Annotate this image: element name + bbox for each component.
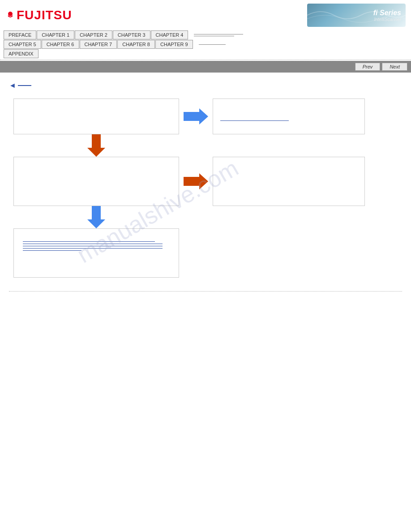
svg-marker-4 — [87, 206, 105, 228]
bottom-line-2 — [23, 244, 163, 244]
flow-row-3 — [13, 228, 398, 278]
back-arrow-symbol: ◄ — [9, 82, 16, 90]
flow-box-top-right — [213, 99, 365, 134]
svg-marker-2 — [87, 134, 105, 157]
nav-line-3 — [199, 44, 226, 45]
flow-box-top-left — [13, 99, 179, 134]
fi-series-banner: fi Series IntelliScanner — [307, 4, 406, 27]
nav-line-2 — [194, 36, 234, 36]
flow-box-middle-left — [13, 157, 179, 206]
svg-marker-1 — [184, 108, 208, 124]
fi-series-text: fi Series — [373, 9, 401, 17]
tab-chapter2[interactable]: CHAPTER 2 — [75, 30, 112, 39]
nav-bar: Prev Next — [0, 61, 411, 73]
tab-chapter3[interactable]: CHAPTER 3 — [113, 30, 150, 39]
arrow-down-orange-1 — [13, 134, 179, 157]
fujitsu-logo: FUJITSU — [5, 8, 72, 22]
flow-box-bottom — [13, 228, 179, 278]
nav-lines-2 — [199, 44, 226, 45]
tab-chapter4[interactable]: CHAPTER 4 — [151, 30, 188, 39]
tab-chapter9[interactable]: CHAPTER 9 — [155, 40, 193, 49]
tab-chapter8[interactable]: CHAPTER 8 — [117, 40, 155, 49]
fi-scanner-text: IntelliScanner — [374, 17, 401, 22]
next-button[interactable]: Next — [382, 63, 407, 71]
bottom-divider — [9, 291, 402, 292]
back-arrow[interactable]: ◄ — [9, 82, 402, 90]
tab-chapter6[interactable]: CHAPTER 6 — [42, 40, 79, 49]
arrow-right-orange-1 — [184, 172, 208, 190]
bottom-line-4 — [23, 248, 163, 249]
svg-point-0 — [8, 12, 13, 16]
nav-row-1: PREFACE CHAPTER 1 CHAPTER 2 CHAPTER 3 CH… — [4, 30, 411, 40]
main-content: manualshive.com ◄ — [0, 73, 411, 301]
bottom-line-3 — [23, 246, 163, 246]
svg-marker-3 — [184, 173, 208, 189]
arrow-down-blue-1 — [13, 206, 179, 228]
nav-container: PREFACE CHAPTER 1 CHAPTER 2 CHAPTER 3 CH… — [0, 30, 411, 59]
tab-preface[interactable]: PREFACE — [4, 30, 36, 39]
flow-box-middle-right — [213, 157, 365, 206]
top-divider — [0, 60, 411, 60]
flow-diagram — [9, 99, 402, 278]
bottom-line-5 — [23, 250, 81, 251]
nav-row-3: APPENDIX — [4, 49, 411, 59]
fujitsu-text: FUJITSU — [17, 8, 72, 22]
back-arrow-line — [18, 85, 31, 86]
box-underline-1 — [220, 120, 289, 121]
nav-line-1 — [194, 34, 243, 34]
tab-chapter7[interactable]: CHAPTER 7 — [80, 40, 117, 49]
prev-button[interactable]: Prev — [355, 63, 381, 71]
header: FUJITSU fi Series IntelliScanner — [0, 0, 411, 30]
nav-lines — [194, 34, 243, 36]
tab-chapter5[interactable]: CHAPTER 5 — [4, 40, 41, 49]
flow-row-2 — [13, 157, 398, 206]
bottom-line-1 — [23, 241, 155, 242]
arrow-right-blue-1 — [184, 107, 208, 125]
tab-chapter1[interactable]: CHAPTER 1 — [37, 30, 74, 39]
tab-appendix[interactable]: APPENDIX — [4, 49, 39, 58]
flow-row-1 — [13, 99, 398, 134]
nav-row-2: CHAPTER 5 CHAPTER 6 CHAPTER 7 CHAPTER 8 … — [4, 40, 411, 49]
fujitsu-logo-icon — [5, 10, 15, 20]
